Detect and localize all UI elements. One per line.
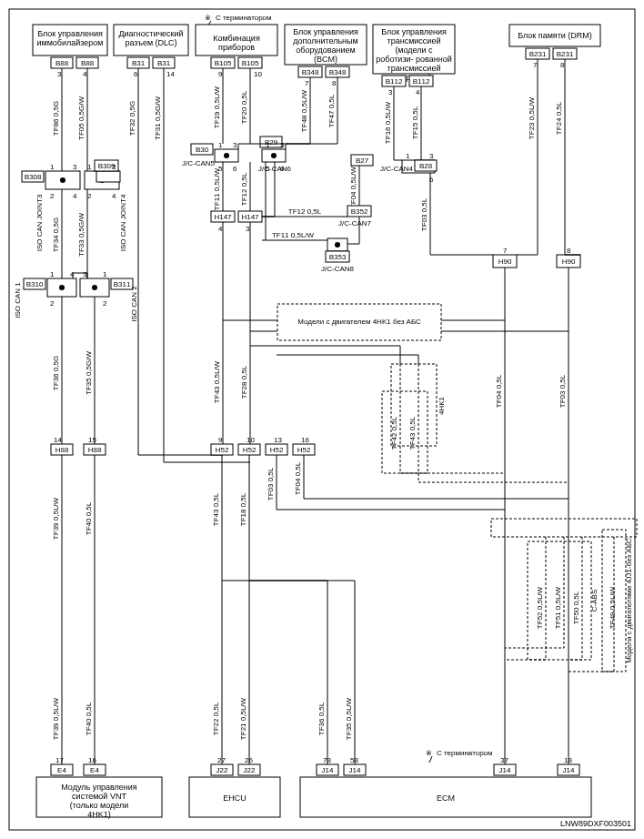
svg-text:4: 4	[73, 192, 77, 200]
conn-J14a: J14	[317, 764, 338, 775]
svg-text:Блок памяти (DRM): Блок памяти (DRM)	[518, 31, 592, 40]
svg-text:4: 4	[112, 192, 116, 200]
svg-text:B353: B353	[329, 253, 347, 261]
conn-E4b: E4	[84, 764, 106, 775]
conn-B31a: B31	[127, 57, 149, 68]
svg-text:TF36  0,5L: TF36 0,5L	[317, 702, 326, 735]
bottom-box-ecm: ECM	[300, 777, 591, 817]
svg-point-57	[59, 285, 65, 290]
svg-text:ISO CAN JOINT3: ISO CAN JOINT3	[35, 194, 44, 251]
conn-B352: B352	[347, 206, 371, 217]
svg-text:3: 3	[233, 141, 237, 149]
conn-B112a: B112	[382, 76, 406, 86]
svg-text:B31: B31	[132, 59, 146, 67]
svg-point-78	[271, 153, 277, 158]
svg-text:Диагностическийразъем (DLC): Диагностическийразъем (DLC)	[118, 29, 183, 47]
top-box-dlc: Диагностическийразъем (DLC)	[114, 25, 188, 56]
svg-text:37: 37	[500, 756, 508, 764]
svg-text:10: 10	[247, 436, 255, 444]
svg-text:16: 16	[88, 756, 96, 764]
conn-B231a: B231	[526, 48, 549, 59]
svg-text:H90: H90	[498, 258, 512, 266]
conn-J22b: J22	[238, 764, 260, 775]
svg-text:26: 26	[245, 756, 253, 764]
wire-label: TF33 0,5G/W	[77, 213, 86, 257]
svg-text:B311: B311	[114, 280, 131, 288]
svg-text:EHCU: EHCU	[223, 794, 247, 803]
svg-text:3: 3	[83, 270, 87, 278]
svg-point-65	[92, 285, 97, 290]
wire-label: TF86 0,5G	[52, 101, 60, 136]
svg-text:TF40  0,5L: TF40 0,5L	[85, 501, 93, 535]
svg-text:TF42  0,5L: TF42 0,5L	[390, 416, 398, 450]
svg-text:H88: H88	[55, 446, 69, 454]
svg-text:B31: B31	[157, 59, 171, 67]
pin: 3	[57, 70, 62, 78]
svg-text:J/C-CAN5: J/C-CAN5	[182, 159, 216, 167]
top-box-cluster: Комбинацияприборов	[196, 25, 277, 56]
wire-label: TF43 0,5L/W	[213, 360, 221, 403]
conn-B105a: B105	[211, 57, 235, 68]
header-note: С терминатором	[216, 14, 272, 22]
svg-text:2: 2	[50, 299, 55, 308]
svg-text:TF35  0,5L/W: TF35 0,5L/W	[345, 697, 353, 740]
svg-text:TF04  0,5L/W: TF04 0,5L/W	[349, 166, 357, 208]
svg-text:C-ABS: C-ABS	[590, 590, 599, 612]
wire-label: TF34 0,5G	[52, 217, 60, 252]
svg-text:13: 13	[274, 436, 282, 444]
conn-H88a: H88	[51, 444, 73, 455]
pin: 4	[416, 88, 420, 96]
svg-text:3: 3	[280, 141, 285, 149]
pin: 3	[388, 88, 393, 96]
svg-text:B112: B112	[413, 77, 430, 86]
conn-B88b: B88	[76, 57, 98, 68]
svg-text:17: 17	[55, 756, 64, 764]
svg-point-38	[60, 177, 65, 183]
wire-label: TF19 0,5L/W	[213, 86, 221, 128]
svg-text:6: 6	[233, 165, 237, 173]
conn-J14b: J14	[344, 764, 366, 775]
wire-label: TF15 0,5L	[411, 106, 419, 139]
svg-text:B308: B308	[25, 173, 42, 181]
footer-id: LNW89DXF003501	[560, 819, 631, 828]
pin: 7	[533, 61, 538, 69]
conn-H52b: H52	[238, 444, 260, 455]
svg-text:16: 16	[301, 436, 309, 444]
conn-H52c: H52	[266, 444, 287, 455]
svg-text:B88: B88	[55, 59, 69, 67]
conn-H147a: H147	[211, 211, 235, 222]
svg-text:TF03  0,5L: TF03 0,5L	[420, 197, 428, 231]
pin: 14	[166, 70, 175, 78]
svg-text:TF21  0,5L/W: TF21 0,5L/W	[239, 697, 247, 740]
asterisk-icon: ※	[205, 14, 211, 22]
svg-text:B348: B348	[302, 68, 319, 76]
conn-B31b: B31	[153, 57, 175, 68]
wire-label: TF48 0,5L/W	[300, 89, 308, 132]
conn-B353: B353	[326, 238, 349, 262]
conn-B348a: B348	[298, 66, 322, 77]
pin: 8	[560, 61, 565, 69]
svg-text:ISO CAN JOINT4: ISO CAN JOINT4	[119, 194, 127, 251]
svg-text:2: 2	[103, 299, 107, 308]
svg-text:B310: B310	[26, 280, 44, 288]
svg-text:4HK1: 4HK1	[438, 396, 446, 415]
wire-label: TF12 0,5L	[240, 172, 248, 206]
conn-E4a: E4	[51, 764, 73, 775]
svg-text:58: 58	[350, 756, 358, 764]
conn-B231b: B231	[553, 48, 577, 59]
svg-text:B27: B27	[356, 157, 369, 165]
svg-text:Комбинацияприборов: Комбинацияприборов	[213, 34, 260, 52]
svg-text:TF43  0,5L: TF43 0,5L	[212, 492, 220, 526]
svg-text:3: 3	[73, 163, 77, 171]
conn-H90b: H90	[557, 255, 580, 268]
svg-text:Модели с двигателями 4JJ1-без : Модели с двигателями 4JJ1-без АБС	[625, 538, 633, 663]
svg-text:B231: B231	[557, 50, 574, 58]
svg-text:6: 6	[280, 165, 285, 173]
asterisk-icon: ※	[426, 749, 432, 757]
bottom-box-vnt: Модуль управлениясистемой VNT(только мод…	[36, 777, 162, 819]
wire-label: TF16 0,5L/W	[384, 101, 392, 144]
svg-text:B88: B88	[81, 59, 95, 67]
svg-text:TF04  0,5L: TF04 0,5L	[495, 374, 503, 408]
top-box-immobilizer: Блок управленияиммобилайзером	[33, 25, 107, 56]
svg-text:J22: J22	[244, 766, 256, 774]
